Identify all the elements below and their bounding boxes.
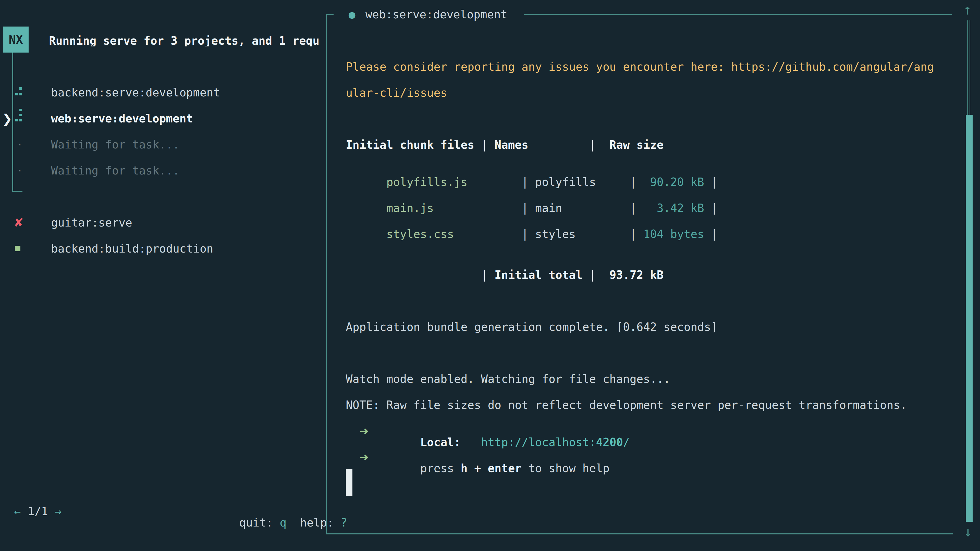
panel-border-left (326, 14, 327, 534)
task-label: Waiting for task... (51, 139, 180, 150)
success-square-icon (15, 246, 21, 251)
note-line: NOTE: Raw file sizes do not reflect deve… (346, 400, 907, 411)
table-row-styles: styles.css | styles | 104 bytes | (346, 218, 718, 251)
task-row-waiting-1[interactable]: · Waiting for task... (0, 136, 324, 159)
sidebar-header: Running serve for 3 projects, and 1 requ (49, 35, 326, 46)
selected-chevron-icon: ❯ (2, 113, 12, 125)
task-label: web:serve:development (51, 113, 193, 124)
panel-border-top-left (326, 14, 334, 15)
chunk-name: polyfills (535, 176, 623, 189)
next-page-arrow[interactable]: → (55, 506, 62, 517)
bundle-complete-line: Application bundle generation complete. … (346, 321, 718, 333)
local-url-link[interactable]: http://localhost: (461, 436, 596, 449)
task-row-backend-build[interactable]: backend:build:production (0, 240, 324, 263)
chunk-file: main.js (387, 202, 515, 214)
notice-line-1: Please consider reporting any issues you… (346, 61, 934, 73)
keyboard-hints: quit: q help: ? (199, 506, 347, 540)
nx-logo-text: NX (9, 33, 23, 46)
failed-x-icon: ✘ (14, 217, 24, 228)
chunk-file: styles.css (387, 227, 515, 241)
scrollbar-track[interactable] (967, 21, 968, 115)
chunk-size: 3.42 kB (643, 202, 704, 214)
task-label: Waiting for task... (51, 165, 180, 176)
task-row-guitar-serve[interactable]: ✘ guitar:serve (0, 214, 324, 237)
task-label: backend:build:production (51, 243, 213, 254)
local-url-port[interactable]: 4200 (596, 436, 623, 449)
scroll-down-icon[interactable]: ↓ (964, 524, 972, 539)
task-label: guitar:serve (51, 217, 132, 228)
task-row-waiting-2[interactable]: · Waiting for task... (0, 162, 324, 185)
help-hint-label: help: (286, 516, 340, 529)
local-label: Local: (387, 436, 461, 449)
help-key: ? (340, 516, 347, 529)
panel-border-bottom (326, 534, 953, 534)
table-header: Initial chunk files | Names | Raw size (346, 139, 663, 151)
waiting-dot-icon: · (16, 139, 23, 150)
notice-line-2: ular-cli/issues (346, 87, 447, 98)
scrollbar-thumb[interactable] (966, 115, 973, 522)
prev-page-arrow[interactable]: ← (14, 506, 21, 517)
terminal-cursor (346, 469, 352, 496)
press-help-line: press h + enter to show help (346, 451, 609, 485)
chunk-size: 104 bytes (643, 227, 704, 241)
panel-border-top (524, 14, 952, 15)
chunk-name: main (535, 202, 623, 214)
title-bullet-icon: ● (348, 9, 355, 20)
spinner-icon (15, 109, 23, 121)
spinner-icon (15, 86, 23, 98)
help-keys: h + enter (461, 462, 522, 475)
task-row-backend-serve[interactable]: backend:serve:development (0, 84, 324, 107)
page-indicator: 1/1 (21, 506, 55, 517)
task-row-web-serve[interactable]: ❯ web:serve:development (0, 110, 324, 133)
quit-hint-label: quit: (239, 516, 280, 529)
table-total-row: | Initial total | 93.72 kB (346, 269, 663, 281)
chunk-size: 90.20 kB (643, 176, 704, 189)
scroll-up-icon[interactable]: ↑ (963, 3, 972, 17)
task-group-bracket-foot (12, 191, 22, 192)
chunk-name: styles (535, 227, 623, 241)
nx-terminal-ui: NX Running serve for 3 projects, and 1 r… (0, 0, 980, 551)
watch-mode-line: Watch mode enabled. Watching for file ch… (346, 373, 670, 385)
nx-logo: NX (3, 27, 29, 52)
local-url-slash[interactable]: / (623, 436, 630, 449)
waiting-dot-icon: · (16, 165, 23, 176)
chunk-file: polyfills.js (387, 176, 515, 189)
task-label: backend:serve:development (51, 87, 220, 98)
quit-key: q (280, 516, 286, 529)
panel-title: web:serve:development (366, 9, 508, 20)
scrollbar-track[interactable] (969, 21, 970, 115)
